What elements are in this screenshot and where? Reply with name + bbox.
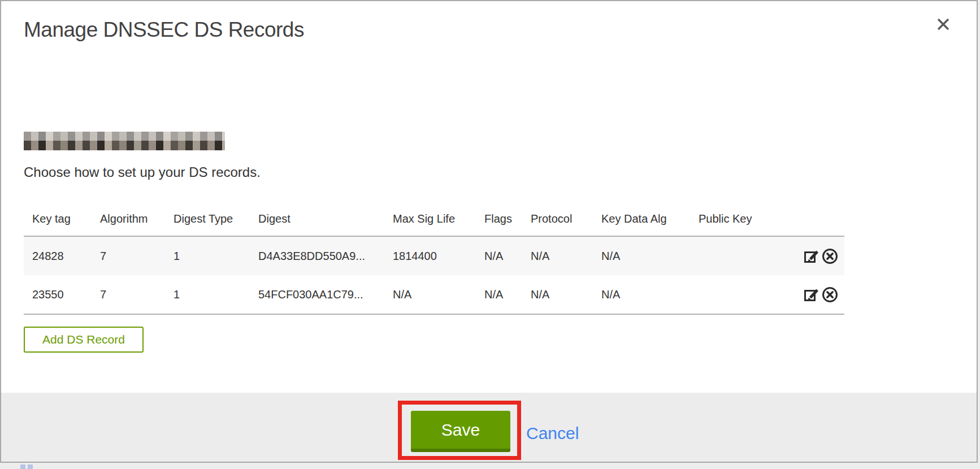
delete-record-button[interactable]	[821, 286, 839, 303]
cell-actions	[780, 236, 844, 275]
edit-record-button[interactable]	[803, 247, 820, 265]
cell-digest-type: 1	[165, 275, 250, 314]
cell-key-tag: 24828	[24, 236, 92, 275]
background-content-peek	[20, 464, 25, 469]
cell-digest: 54FCF030AA1C79...	[250, 275, 384, 314]
domain-redacted	[24, 132, 225, 150]
cell-public-key	[690, 236, 780, 275]
cell-algorithm: 7	[92, 236, 165, 275]
cell-protocol: N/A	[522, 236, 593, 275]
header-key-data-alg: Key Data Alg	[593, 205, 690, 236]
header-flags: Flags	[476, 205, 522, 236]
edit-icon	[803, 247, 820, 265]
header-actions	[780, 205, 844, 236]
manage-dnssec-modal: Manage DNSSEC DS Records Choose how to s…	[0, 0, 978, 463]
cell-public-key	[690, 275, 780, 314]
cell-key-data-alg: N/A	[593, 236, 690, 275]
table-row: 24828 7 1 D4A33E8DD550A9... 1814400 N/A …	[24, 236, 844, 275]
table-header-row: Key tag Algorithm Digest Type Digest Max…	[24, 205, 844, 236]
cell-protocol: N/A	[522, 275, 593, 314]
cell-key-tag: 23550	[24, 275, 92, 314]
close-button[interactable]	[934, 16, 953, 35]
add-ds-record-button[interactable]: Add DS Record	[24, 327, 144, 353]
edit-record-button[interactable]	[803, 286, 820, 303]
close-icon	[936, 17, 951, 34]
edit-icon	[803, 286, 820, 303]
header-digest-type: Digest Type	[165, 205, 250, 236]
cell-flags: N/A	[476, 275, 522, 314]
cell-max-sig-life: 1814400	[384, 236, 476, 275]
header-digest: Digest	[250, 205, 384, 236]
cell-key-data-alg: N/A	[593, 275, 690, 314]
table-row: 23550 7 1 54FCF030AA1C79... N/A N/A N/A …	[24, 275, 844, 314]
delete-record-button[interactable]	[821, 247, 839, 265]
cell-digest: D4A33E8DD550A9...	[250, 236, 384, 275]
cell-flags: N/A	[476, 236, 522, 275]
cell-algorithm: 7	[92, 275, 165, 314]
delete-icon	[821, 247, 839, 265]
cell-actions	[780, 275, 844, 314]
delete-icon	[821, 286, 839, 303]
header-protocol: Protocol	[522, 205, 593, 236]
cell-max-sig-life: N/A	[384, 275, 476, 314]
save-button[interactable]: Save	[411, 411, 510, 452]
setup-instructions: Choose how to set up your DS records.	[24, 164, 261, 180]
cancel-link[interactable]: Cancel	[526, 424, 579, 443]
page-title: Manage DNSSEC DS Records	[24, 18, 304, 42]
header-key-tag: Key tag	[24, 205, 92, 236]
ds-records-table: Key tag Algorithm Digest Type Digest Max…	[24, 205, 844, 315]
cell-digest-type: 1	[165, 236, 250, 275]
header-algorithm: Algorithm	[92, 205, 165, 236]
header-public-key: Public Key	[690, 205, 780, 236]
background-content-peek	[28, 464, 33, 469]
header-max-sig-life: Max Sig Life	[384, 205, 476, 236]
